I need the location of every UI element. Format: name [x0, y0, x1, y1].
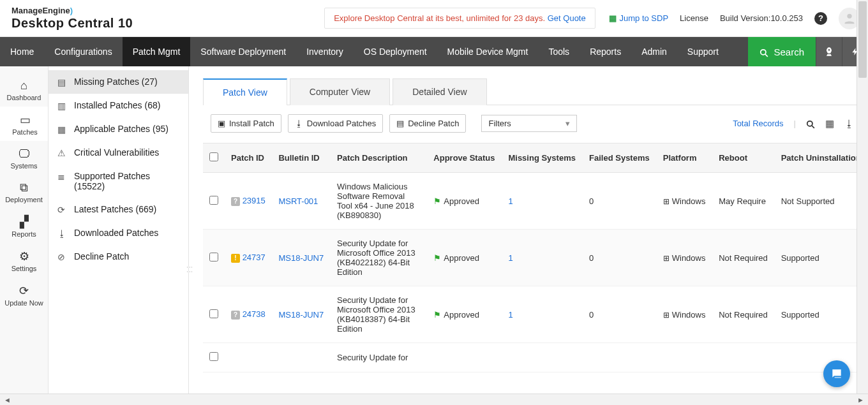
bulletin-link[interactable]: MS18-JUN7: [278, 310, 324, 320]
top-bar: ManageEngine) Desktop Central 10 Explore…: [0, 0, 868, 37]
rail-dashboard[interactable]: ⌂Dashboard: [0, 73, 48, 107]
windows-icon: ⊞: [663, 311, 670, 320]
tab-patch-view[interactable]: Patch View: [203, 78, 287, 105]
uninstall-status: Not Supported: [775, 173, 868, 230]
patch-id-link[interactable]: 23915: [243, 196, 266, 205]
col-failed[interactable]: Failed Systems: [583, 144, 657, 173]
scroll-left-arrow[interactable]: ◄: [4, 396, 11, 404]
horizontal-scrollbar[interactable]: ◄►: [0, 394, 868, 405]
side-critical-vuln-label: Critical Vulnerabilities: [74, 147, 159, 158]
nav-home[interactable]: Home: [0, 37, 44, 66]
side-missing-patches-label: Missing Patches (27): [74, 77, 158, 87]
top-right: ▦ Jump to SDP License Build Version:10.0…: [609, 8, 860, 29]
col-patch-id[interactable]: Patch ID: [225, 144, 272, 173]
row-checkbox[interactable]: [209, 253, 218, 261]
side-supported-patches[interactable]: ≣Supported Patches (15522): [49, 165, 188, 198]
help-icon[interactable]: ?: [814, 12, 827, 25]
col-approve[interactable]: Approve Status: [427, 144, 502, 173]
bulletin-link[interactable]: MSRT-001: [278, 196, 318, 206]
flag-icon: ⚑: [433, 253, 441, 263]
home-icon: ⌂: [0, 79, 48, 92]
rail-reports[interactable]: ▞Reports: [0, 209, 48, 243]
supported-patches-icon: ≣: [57, 172, 68, 182]
side-critical-vuln[interactable]: ⚠Critical Vulnerabilities: [49, 141, 188, 165]
failed-systems: [583, 343, 657, 372]
col-description[interactable]: Patch Description: [331, 144, 427, 173]
nav-reports[interactable]: Reports: [580, 37, 631, 66]
nav-software-deployment[interactable]: Software Deployment: [190, 37, 296, 66]
bulletin-link[interactable]: MS18-JUN7: [278, 253, 324, 263]
col-platform[interactable]: Platform: [657, 144, 713, 173]
resize-handle[interactable]: ⋮⋮: [186, 264, 193, 273]
table-row: ? 24738MS18-JUN7Security Update for Micr…: [203, 286, 868, 343]
toolbar-right: Total Records | ▦ ⭳: [733, 118, 854, 129]
decline-icon: ▤: [396, 119, 404, 128]
license-link[interactable]: License: [680, 13, 708, 23]
rail-systems-label: Systems: [10, 162, 37, 170]
patch-description: Security Update for Microsoft Office 201…: [331, 286, 427, 343]
nav-configurations[interactable]: Configurations: [44, 37, 122, 66]
patch-id-link[interactable]: 24738: [243, 309, 266, 319]
nav-rocket-button[interactable]: [816, 37, 842, 66]
search-icon[interactable]: [806, 118, 815, 129]
decline-patch-button[interactable]: ▤Decline Patch: [389, 114, 466, 133]
nav-mobile-device-mgmt[interactable]: Mobile Device Mgmt: [437, 37, 539, 66]
nav-inventory[interactable]: Inventory: [296, 37, 354, 66]
patch-id-link[interactable]: 24737: [243, 253, 266, 262]
missing-systems-link[interactable]: 1: [508, 253, 513, 263]
col-uninstall[interactable]: Patch Uninstallation: [775, 144, 868, 173]
decline-patch-label: Decline Patch: [408, 119, 459, 128]
side-latest-patches[interactable]: ⟳Latest Patches (669): [49, 198, 188, 221]
chat-fab[interactable]: [823, 360, 850, 387]
tab-detailed-view[interactable]: Detailed View: [393, 78, 486, 105]
nav-tools[interactable]: Tools: [538, 37, 580, 66]
row-checkbox[interactable]: [209, 352, 218, 361]
side-nav: ▤Missing Patches (27) ▥Installed Patches…: [49, 66, 189, 394]
scroll-right-arrow[interactable]: ►: [857, 396, 864, 404]
export-icon[interactable]: ⭳: [844, 118, 854, 129]
select-all-checkbox[interactable]: [209, 152, 218, 161]
side-applicable-patches[interactable]: ▦Applicable Patches (95): [49, 117, 188, 141]
rail-update-now-label: Update Now: [4, 299, 43, 307]
side-missing-patches[interactable]: ▤Missing Patches (27): [49, 70, 188, 94]
rail-dashboard-label: Dashboard: [7, 94, 41, 101]
missing-patches-icon: ▤: [57, 77, 68, 87]
vertical-scrollbar[interactable]: [857, 0, 868, 394]
nav-support[interactable]: Support: [677, 37, 729, 66]
filters-label: Filters: [488, 119, 511, 128]
rail-patches[interactable]: ▭Patches: [0, 107, 48, 141]
install-patch-button[interactable]: ▣Install Patch: [211, 114, 281, 133]
filters-dropdown[interactable]: Filters▾: [481, 115, 577, 132]
download-patches-button[interactable]: ⭳Download Patches: [288, 114, 383, 133]
col-reboot[interactable]: Reboot: [712, 144, 774, 173]
windows-icon: ⊞: [663, 197, 670, 206]
side-decline-patch[interactable]: ⊘Decline Patch: [49, 245, 188, 269]
rail-settings[interactable]: ⚙Settings: [0, 243, 48, 277]
rail-deployment[interactable]: ⧉Deployment: [0, 175, 48, 209]
approve-status: Approved: [444, 253, 479, 263]
side-installed-patches[interactable]: ▥Installed Patches (68): [49, 94, 188, 117]
installed-patches-icon: ▥: [57, 101, 68, 111]
total-records-link[interactable]: Total Records: [733, 119, 783, 128]
search-button[interactable]: Search: [748, 37, 816, 66]
table-view-icon[interactable]: ▦: [825, 118, 834, 129]
rail-update-now[interactable]: ⟳Update Now: [0, 277, 48, 312]
nav-admin[interactable]: Admin: [631, 37, 677, 66]
promo-cta-link[interactable]: Get Quote: [548, 13, 586, 23]
jump-to-sdp-link[interactable]: ▦ Jump to SDP: [609, 13, 668, 23]
reboot-status: Not Required: [712, 230, 774, 286]
rail-systems[interactable]: 🖵Systems: [0, 141, 48, 175]
tab-computer-view[interactable]: Computer View: [290, 78, 390, 105]
chart-icon: ▞: [0, 215, 48, 229]
side-decline-patch-label: Decline Patch: [74, 251, 129, 261]
side-downloaded-patches[interactable]: ⭳Downloaded Patches: [49, 221, 188, 245]
col-bulletin-id[interactable]: Bulletin ID: [272, 144, 331, 173]
nav-patch-mgmt[interactable]: Patch Mgmt: [123, 37, 191, 66]
row-checkbox[interactable]: [209, 309, 218, 318]
decline-icon: ⊘: [57, 252, 68, 262]
nav-os-deployment[interactable]: OS Deployment: [354, 37, 437, 66]
row-checkbox[interactable]: [209, 196, 218, 205]
missing-systems-link[interactable]: 1: [508, 196, 513, 206]
missing-systems-link[interactable]: 1: [508, 310, 513, 320]
col-missing[interactable]: Missing Systems: [502, 144, 583, 173]
